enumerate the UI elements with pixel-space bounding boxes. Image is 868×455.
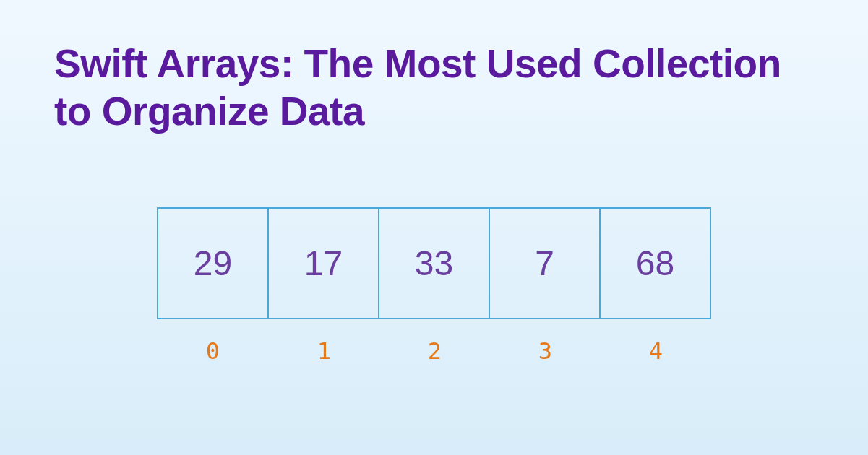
array-cell: 7 bbox=[489, 207, 601, 319]
array-cell: 29 bbox=[157, 207, 269, 319]
array-cell-wrapper: 17 1 bbox=[269, 207, 379, 365]
array-cell: 33 bbox=[378, 207, 490, 319]
array-cell-wrapper: 7 3 bbox=[490, 207, 601, 365]
array-index: 1 bbox=[317, 337, 331, 365]
array-cells-row: 29 0 17 1 33 2 7 3 68 4 bbox=[157, 207, 711, 365]
array-index: 0 bbox=[206, 337, 220, 365]
array-index: 4 bbox=[649, 337, 663, 365]
array-diagram: 29 0 17 1 33 2 7 3 68 4 bbox=[54, 207, 814, 365]
array-cell-wrapper: 68 4 bbox=[601, 207, 711, 365]
array-cell: 17 bbox=[267, 207, 379, 319]
array-index: 3 bbox=[538, 337, 552, 365]
array-cell: 68 bbox=[599, 207, 711, 319]
array-cell-wrapper: 33 2 bbox=[379, 207, 490, 365]
array-cell-wrapper: 29 0 bbox=[157, 207, 269, 365]
page-title: Swift Arrays: The Most Used Collection t… bbox=[54, 40, 814, 135]
array-index: 2 bbox=[428, 337, 442, 365]
